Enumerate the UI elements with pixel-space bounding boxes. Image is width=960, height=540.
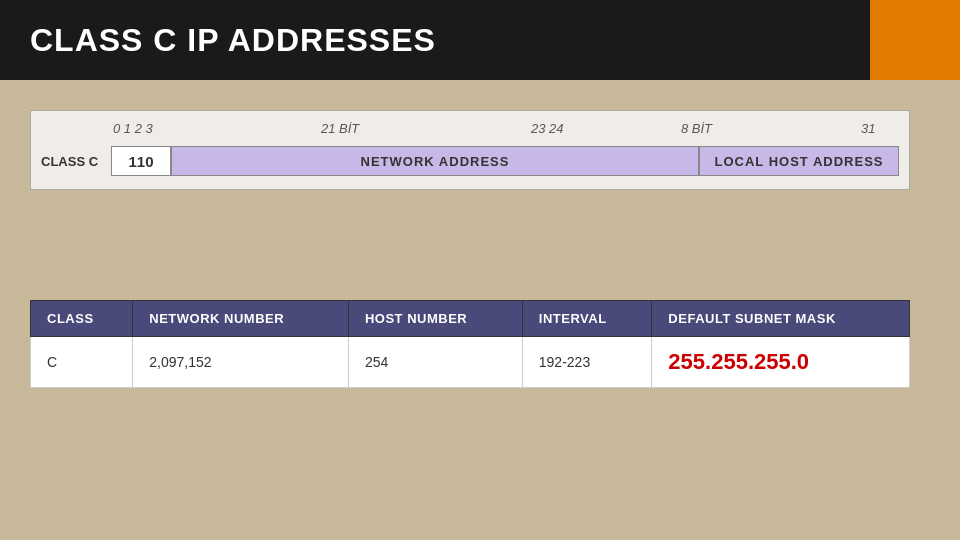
subnet-mask-value: 255.255.255.0: [668, 349, 809, 374]
col-header-network-number: NETWORK NUMBER: [133, 301, 349, 337]
network-address-box: NETWORK ADDRESS: [171, 146, 699, 176]
bit-start-label: 0 1 2 3: [113, 121, 153, 136]
class-c-label: CLASS C: [41, 154, 111, 169]
bit-value-box: 110: [111, 146, 171, 176]
table-body: C 2,097,152 254 192-223 255.255.255.0: [31, 337, 910, 388]
cell-interval: 192-223: [522, 337, 652, 388]
table-header-row: CLASS NETWORK NUMBER HOST NUMBER INTERVA…: [31, 301, 910, 337]
table-header: CLASS NETWORK NUMBER HOST NUMBER INTERVA…: [31, 301, 910, 337]
bit-end-pos-label: 31: [861, 121, 875, 136]
bit-middle-label: 21 BİT: [321, 121, 359, 136]
page-title: CLASS C IP ADDRESSES: [30, 22, 436, 59]
title-bar: CLASS C IP ADDRESSES: [0, 0, 870, 80]
table-row: C 2,097,152 254 192-223 255.255.255.0: [31, 337, 910, 388]
bit-end-label: 8 BİT: [681, 121, 712, 136]
info-table: CLASS NETWORK NUMBER HOST NUMBER INTERVA…: [30, 300, 910, 388]
local-host-box: LOCAL HOST ADDRESS: [699, 146, 899, 176]
col-header-interval: INTERVAL: [522, 301, 652, 337]
col-header-host-number: HOST NUMBER: [348, 301, 522, 337]
cell-network-number: 2,097,152: [133, 337, 349, 388]
cell-host-number: 254: [348, 337, 522, 388]
cell-class: C: [31, 337, 133, 388]
col-header-class: CLASS: [31, 301, 133, 337]
orange-accent-decoration: [870, 0, 960, 80]
bit-labels-row: 0 1 2 3 21 BİT 23 24 8 BİT 31: [41, 121, 899, 143]
diagram-row: CLASS C 110 NETWORK ADDRESS LOCAL HOST A…: [41, 143, 899, 179]
bit-middle-pos-label: 23 24: [531, 121, 564, 136]
cell-subnet-mask: 255.255.255.0: [652, 337, 910, 388]
col-header-subnet-mask: DEFAULT SUBNET MASK: [652, 301, 910, 337]
bit-diagram: 0 1 2 3 21 BİT 23 24 8 BİT 31 CLASS C 11…: [30, 110, 910, 190]
